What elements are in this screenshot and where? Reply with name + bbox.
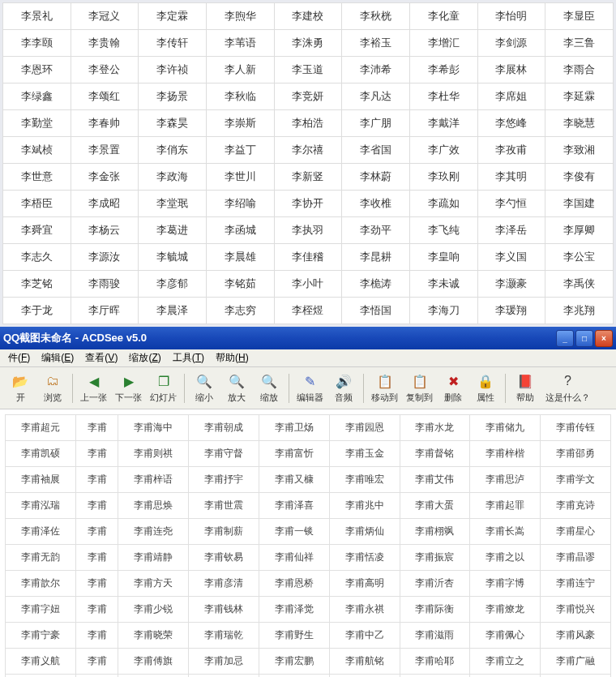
name-cell: 李席姐 bbox=[477, 84, 545, 110]
menu-f[interactable]: 件(F) bbox=[3, 349, 35, 366]
bottom-name-grid: 李甫超元李甫李甫海中李甫朝成李甫卫炀李甫园恩李甫水龙李甫储九李甫传钰李甫凯硕李甫… bbox=[0, 409, 616, 677]
name-cell: 李甫学文 bbox=[541, 467, 611, 493]
name-cell: 李甫 bbox=[75, 649, 118, 675]
zoom-icon: 🔍 bbox=[259, 372, 279, 390]
zoomin-button[interactable]: 🔍放大 bbox=[221, 371, 252, 405]
name-cell: 李甫之以 bbox=[470, 545, 541, 571]
open-button[interactable]: 📂开 bbox=[5, 371, 36, 405]
name-cell: 李志穷 bbox=[206, 298, 274, 324]
name-cell: 李新竖 bbox=[274, 164, 342, 191]
toolbar-label: 浏览 bbox=[44, 392, 62, 404]
name-cell: 李柏浩 bbox=[274, 110, 342, 137]
name-cell: 李绍喻 bbox=[206, 191, 274, 217]
browse-button[interactable]: 🗂浏览 bbox=[37, 371, 68, 405]
name-cell: 李甫字妞 bbox=[6, 597, 76, 623]
toolbar-label: 属性 bbox=[477, 392, 494, 404]
table-row: 李甫凯硕李甫李甫则祺李甫守督李甫富忻李甫玉金李甫督铭李甫梓楷李甫邵勇 bbox=[6, 441, 611, 467]
name-cell: 李甫梓语 bbox=[118, 467, 189, 493]
menu-label: 件 bbox=[8, 352, 18, 363]
props-button[interactable]: 🔒属性 bbox=[470, 371, 501, 405]
whatsthis-button[interactable]: ?这是什么？ bbox=[542, 371, 593, 405]
name-cell: 李桎煜 bbox=[274, 298, 342, 324]
name-cell: 李秋临 bbox=[206, 84, 274, 110]
name-cell: 李甫邵勇 bbox=[541, 441, 611, 467]
name-cell: 李甫制薪 bbox=[189, 519, 259, 545]
name-cell: 李甫储九 bbox=[470, 415, 541, 441]
name-cell: 李甫无韵 bbox=[6, 545, 76, 571]
copyto-button[interactable]: 📋复制到 bbox=[403, 371, 436, 405]
name-cell: 李甫世震 bbox=[189, 493, 259, 519]
toolbar-label: 编辑器 bbox=[297, 392, 323, 404]
slideshow-button[interactable]: ❐幻灯片 bbox=[147, 371, 180, 405]
help-icon: 📕 bbox=[515, 372, 535, 390]
maximize-button[interactable]: □ bbox=[575, 330, 593, 347]
menu-t[interactable]: 工具(T) bbox=[168, 349, 209, 366]
close-button[interactable]: × bbox=[595, 330, 613, 347]
name-cell: 李景礼 bbox=[3, 3, 71, 30]
name-cell: 李泽岳 bbox=[477, 217, 545, 244]
toolbar-separator bbox=[289, 374, 289, 403]
name-cell: 李甫星心 bbox=[541, 519, 611, 545]
menu-e[interactable]: 编辑(E) bbox=[36, 349, 79, 366]
name-cell: 李俊有 bbox=[545, 164, 614, 191]
name-cell: 李玖刚 bbox=[409, 164, 477, 191]
name-cell: 李甫哈耶 bbox=[400, 649, 470, 675]
name-cell: 李甫芬森 bbox=[400, 675, 470, 678]
name-cell: 李小叶 bbox=[274, 271, 342, 298]
menu-z[interactable]: 缩放(Z) bbox=[124, 349, 165, 366]
table-row: 李志久李源汝李毓城李晨雄李佳稽李昆耕李皇响李义国李公宝 bbox=[3, 244, 614, 271]
name-cell: 李甫克诗 bbox=[541, 493, 611, 519]
moveto-icon: 📋 bbox=[375, 372, 395, 390]
name-cell: 李甫守督 bbox=[189, 441, 259, 467]
name-cell: 李协开 bbox=[274, 191, 342, 217]
table-row: 李甫义航李甫李甫傅旗李甫加忌李甫宏鹏李甫航铭李甫哈耶李甫立之李甫广融 bbox=[6, 649, 611, 675]
minimize-button[interactable]: _ bbox=[556, 330, 574, 347]
name-cell: 李彦郁 bbox=[139, 271, 207, 298]
name-cell: 李显臣 bbox=[545, 3, 614, 30]
name-cell: 李晨雄 bbox=[206, 244, 274, 271]
whatsthis-icon: ? bbox=[558, 372, 578, 390]
name-cell: 李春帅 bbox=[71, 110, 139, 137]
table-row: 李勤堂李春帅李森昊李崇斯李柏浩李广朋李戴洋李悠峰李晓慧 bbox=[3, 110, 614, 137]
zoom-button[interactable]: 🔍缩放 bbox=[254, 371, 284, 405]
name-cell: 李桅涛 bbox=[342, 271, 410, 298]
zoomin-icon: 🔍 bbox=[227, 372, 246, 390]
name-cell: 李执羽 bbox=[274, 217, 342, 244]
table-row: 李甫泽佐李甫李甫连尧李甫制薪李甫一锬李甫炳仙李甫栩飒李甫长嵩李甫星心 bbox=[6, 519, 611, 545]
name-cell: 李展林 bbox=[477, 57, 545, 84]
name-cell: 李希彭 bbox=[409, 57, 477, 84]
name-cell: 李甫航铭 bbox=[329, 649, 400, 675]
name-cell: 李甫瑞乾 bbox=[189, 623, 259, 649]
delete-button[interactable]: ✖删除 bbox=[438, 371, 468, 405]
name-cell: 李甫靖静 bbox=[118, 545, 189, 571]
toolbar-label: 放大 bbox=[228, 392, 246, 404]
name-cell: 李甫恬凌 bbox=[329, 545, 400, 571]
toolbar-label: 复制到 bbox=[406, 392, 433, 404]
name-cell: 李广朋 bbox=[342, 110, 410, 137]
table-row: 李景礼李冠义李定霖李煦华李建校李秋桄李化童李怡明李显臣 bbox=[3, 3, 614, 30]
editor-button[interactable]: ✎编辑器 bbox=[293, 371, 327, 405]
name-cell: 李甫思焕 bbox=[118, 493, 189, 519]
prev-button[interactable]: ◀上一张 bbox=[77, 371, 110, 405]
name-cell: 李甫广融 bbox=[541, 649, 611, 675]
name-cell: 李皇响 bbox=[409, 244, 477, 271]
help-button[interactable]: 📕帮助 bbox=[510, 371, 541, 405]
name-cell: 李甫燎龙 bbox=[470, 597, 541, 623]
name-cell: 李孜甫 bbox=[477, 137, 545, 164]
name-cell: 李世意 bbox=[3, 164, 71, 191]
name-cell: 李甫风豪 bbox=[541, 623, 611, 649]
moveto-button[interactable]: 📋移动到 bbox=[368, 371, 401, 405]
name-cell: 李甫思泸 bbox=[470, 467, 541, 493]
name-cell: 李甫富忻 bbox=[259, 441, 329, 467]
menu-v[interactable]: 查看(V) bbox=[80, 349, 122, 366]
name-cell: 李甫督铭 bbox=[400, 441, 470, 467]
menu-h[interactable]: 帮助(H) bbox=[211, 349, 254, 366]
name-cell: 李玉道 bbox=[274, 57, 342, 84]
audio-button[interactable]: 🔊音频 bbox=[328, 371, 359, 405]
zoomout-button[interactable]: 🔍缩小 bbox=[189, 371, 220, 405]
name-cell: 李甫芷杭 bbox=[6, 675, 76, 678]
toolbar-label: 移动到 bbox=[371, 392, 398, 404]
next-button[interactable]: ▶下一张 bbox=[112, 371, 145, 405]
name-cell: 李甫园恩 bbox=[329, 415, 400, 441]
name-cell: 李益丁 bbox=[206, 137, 274, 164]
